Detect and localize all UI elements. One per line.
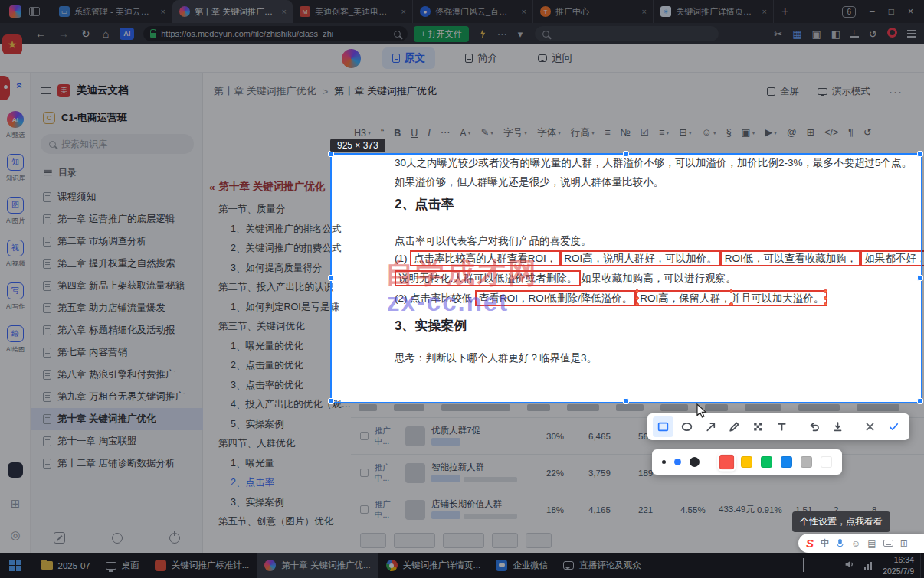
taskbar-item[interactable]: 关键词推广标准计... — [147, 553, 257, 578]
address-bar[interactable]: https://os.medeyun.com/file/zhishiku/cla… — [143, 26, 408, 41]
quick-search-input[interactable] — [535, 26, 719, 41]
scissors-icon[interactable]: ✂ — [774, 28, 782, 40]
browser-logo-icon[interactable] — [9, 5, 21, 18]
fmt-H3-icon[interactable]: H3▾ — [354, 128, 371, 139]
profile-icon[interactable] — [887, 28, 897, 40]
red-annotation-box[interactable]: ROI高，保留人群，并且可以加大溢价。 — [636, 290, 827, 306]
toc-item[interactable]: 3、如何提高质量得分 — [203, 259, 351, 279]
color-swatch[interactable] — [761, 456, 772, 468]
collapse-rail-icon[interactable]: « — [14, 82, 27, 88]
taskbar-item[interactable]: 企业微信 — [488, 553, 555, 578]
fmt-emoji-icon[interactable]: ☺▾ — [702, 128, 716, 138]
maximize-button[interactable]: □ — [889, 6, 894, 17]
more-actions-icon[interactable]: ⋯ — [497, 29, 507, 39]
extensions-icon[interactable]: ◧ — [831, 28, 840, 40]
tree-item[interactable]: 第六章 标题精细化及活动报 — [31, 319, 203, 341]
toc-item[interactable]: 2、关键词推广的扣费公式 — [203, 239, 351, 259]
power-icon[interactable] — [169, 533, 180, 544]
back-icon[interactable]: ← — [35, 28, 46, 39]
tree-item[interactable]: 第二章 市场调查分析 — [31, 230, 203, 253]
tray-chevron-up-icon[interactable] — [803, 559, 804, 573]
ai-assistant-icon[interactable]: AI — [120, 28, 134, 40]
fmt-checklist-icon[interactable]: ☑ — [641, 128, 649, 138]
tab-close-icon[interactable]: × — [520, 7, 528, 16]
tree-item[interactable]: 第十二章 店铺诊断数据分析 — [31, 452, 203, 475]
tree-item[interactable]: 第一章 运营推广的底层逻辑 — [31, 208, 203, 230]
tool-pen-icon[interactable] — [724, 416, 745, 437]
table-footer-button[interactable] — [492, 533, 518, 548]
toc-item[interactable]: 第五节、创意（图片）优化 — [203, 512, 351, 532]
annotation-handle[interactable] — [824, 296, 827, 300]
sidebar-toggle-icon[interactable] — [29, 7, 40, 16]
fmt-code-icon[interactable]: </> — [824, 128, 838, 138]
tool-undo-icon[interactable] — [804, 416, 824, 437]
taskbar-item[interactable]: 第十章 关键词推广优... — [257, 553, 378, 578]
apps-icon[interactable]: ⊞ — [11, 498, 21, 509]
chevron-down-icon[interactable]: ▾ — [518, 29, 523, 39]
fmt-table-icon[interactable]: ⊞ — [807, 128, 814, 138]
browser-tab[interactable]: 第十章 关键词推广优化× — [172, 0, 293, 23]
breadcrumb-parent[interactable]: 第十章 关键词推广优化 — [214, 84, 316, 98]
tree-item[interactable]: 第七章 内容营销 — [31, 341, 203, 364]
compose-icon[interactable] — [54, 532, 65, 544]
taskbar-item[interactable]: 桌面 — [98, 553, 147, 578]
rail-item-知识库[interactable]: 知知识库 — [0, 147, 31, 190]
fmt-video-icon[interactable]: ▶▾ — [765, 128, 777, 138]
tree-item[interactable]: 第十章 关键词推广优化 — [31, 408, 203, 430]
plugin-icon[interactable] — [8, 462, 23, 478]
tree-item[interactable]: 第八章 热浪引擎和付费推广 — [31, 364, 203, 386]
color-swatch[interactable] — [801, 456, 812, 468]
annotation-handle[interactable] — [635, 296, 639, 300]
toc-item[interactable]: 3、点击率的优化 — [203, 376, 351, 396]
toc-item[interactable]: 第一节、质量分 — [203, 200, 351, 220]
fmt-mention-icon[interactable]: @ — [787, 128, 797, 138]
toc-item[interactable]: 第二节、投入产出比的认识 — [203, 278, 351, 298]
zoom-icon[interactable] — [394, 31, 401, 38]
tab-count-badge[interactable]: 6 — [842, 6, 856, 18]
home-icon[interactable]: ⌂ — [103, 28, 109, 39]
fmt-table-split-icon[interactable]: ⊟▾ — [679, 128, 692, 138]
red-annotation-box[interactable]: ROI高，说明人群好，可以加价。 — [560, 250, 721, 266]
viewer-tab-简介[interactable]: 简介 — [455, 47, 508, 69]
open-file-button[interactable]: + 打开文件 — [414, 26, 468, 42]
brush-size-dot[interactable] — [690, 457, 700, 467]
new-tab-button[interactable]: + — [774, 5, 796, 18]
apps-grid-icon[interactable]: ▦ — [792, 28, 801, 40]
start-button[interactable] — [9, 560, 21, 572]
tool-rect-icon[interactable] — [653, 416, 673, 437]
table-footer-button[interactable] — [394, 533, 435, 548]
tool-close-icon[interactable] — [860, 416, 880, 437]
row-checkbox[interactable] — [360, 505, 369, 514]
toc-item[interactable]: 1、曝光量的优化 — [203, 337, 351, 357]
rail-item-AI视频[interactable]: 视AI视频 — [0, 233, 31, 276]
fmt-more-icon[interactable]: ⋯ — [441, 128, 451, 138]
toc-item[interactable]: 2、点击率 — [203, 473, 351, 493]
reader-card-icon[interactable]: ▣ — [812, 28, 821, 40]
url-text[interactable]: https://os.medeyun.com/file/zhishiku/cla… — [161, 29, 389, 38]
refresh-icon[interactable]: ↻ — [81, 28, 90, 39]
color-swatch[interactable] — [719, 455, 735, 470]
tab-close-icon[interactable]: × — [159, 7, 167, 16]
show-desktop-button[interactable] — [920, 553, 924, 578]
fmt-pen-icon[interactable]: ✎▾ — [481, 128, 494, 138]
ime-board-icon[interactable]: ▤ — [867, 539, 876, 548]
brush-size-dot[interactable] — [674, 459, 681, 465]
fmt-image-icon[interactable]: ▣▾ — [742, 128, 755, 138]
tree-item[interactable]: 第五章 助力店铺流量爆发 — [31, 297, 203, 319]
ime-logo-icon[interactable]: S — [806, 537, 814, 550]
fmt-U-icon[interactable]: U — [411, 128, 418, 139]
taskbar-item[interactable]: 直播评论及观众 — [555, 553, 649, 578]
fmt-paragraph-icon[interactable]: ¶ — [848, 128, 854, 138]
rail-item-AI绘图[interactable]: 绘AI绘图 — [0, 318, 31, 361]
row-checkbox[interactable] — [360, 469, 369, 477]
ime-keyboard-icon[interactable] — [883, 540, 893, 547]
toc-item[interactable]: 第四节、人群优化 — [203, 434, 351, 454]
toc-title[interactable]: «第十章 关键词推广优化 — [203, 180, 351, 194]
kb-search-input[interactable]: 搜索知识库 — [41, 134, 194, 154]
menu-icon[interactable] — [907, 28, 916, 40]
minimize-button[interactable]: – — [870, 6, 875, 17]
browser-tab[interactable]: M美迪创客_美迪电商_美...× — [293, 0, 413, 23]
viewer-tab-原文[interactable]: 原文 — [382, 47, 435, 69]
settings-icon[interactable]: ◎ — [10, 529, 20, 540]
red-annotation-box[interactable]: ROI低，可以查看收藏加购， — [721, 250, 861, 266]
